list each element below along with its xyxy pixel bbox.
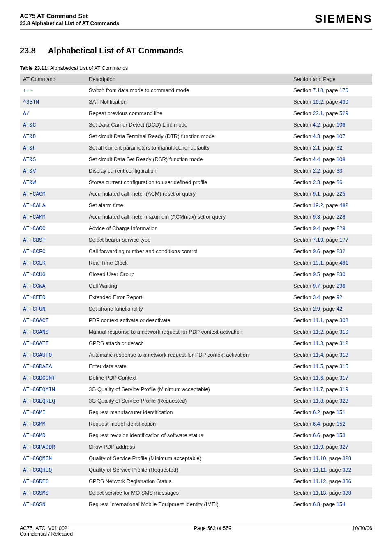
section-link[interactable]: 7.18 (313, 87, 323, 93)
page-link[interactable]: 529 (339, 110, 348, 116)
page-link[interactable]: 154 (337, 501, 346, 507)
section-link[interactable]: 11.5 (313, 363, 323, 369)
command-link[interactable]: AT+CGDCONT (23, 375, 55, 381)
page-link[interactable]: 315 (339, 363, 348, 369)
section-link[interactable]: 9.5 (313, 271, 320, 277)
section-link[interactable]: 9.6 (313, 248, 320, 254)
page-link[interactable]: 108 (337, 156, 346, 162)
section-link[interactable]: 2.2 (313, 168, 320, 174)
section-link[interactable]: 11.13 (313, 490, 326, 496)
page-link[interactable]: 323 (339, 398, 348, 404)
section-link[interactable]: 19.2 (313, 202, 323, 208)
section-link[interactable]: 11.10 (313, 455, 326, 461)
section-link[interactable]: 11.2 (313, 329, 323, 335)
command-link[interactable]: AT&F (23, 145, 36, 151)
page-link[interactable]: 176 (339, 87, 348, 93)
section-link[interactable]: 4.2 (313, 122, 320, 128)
page-link[interactable]: 332 (342, 467, 351, 473)
section-link[interactable]: 11.12 (313, 478, 326, 484)
command-link[interactable]: AT+CCLK (23, 260, 46, 266)
page-link[interactable]: 36 (337, 179, 342, 185)
command-link[interactable]: AT+CGANS (23, 329, 48, 335)
section-link[interactable]: 16.2 (313, 99, 323, 105)
page-link[interactable]: 107 (337, 133, 346, 139)
page-link[interactable]: 312 (339, 340, 348, 346)
section-link[interactable]: 2.9 (313, 306, 320, 312)
page-link[interactable]: 236 (337, 283, 346, 289)
page-link[interactable]: 177 (339, 237, 348, 243)
page-link[interactable]: 328 (342, 455, 351, 461)
command-link[interactable]: AT+CGREG (23, 479, 48, 485)
section-link[interactable]: 11.3 (313, 340, 323, 346)
command-link[interactable]: AT+CGMR (23, 433, 46, 439)
page-link[interactable]: 313 (339, 352, 348, 358)
command-link[interactable]: AT+CGSN (23, 502, 46, 508)
section-link[interactable]: 11.8 (313, 398, 323, 404)
command-link[interactable]: AT+CGEQREQ (23, 398, 55, 404)
command-link[interactable]: AT+CAOC (23, 226, 46, 232)
section-link[interactable]: 9.7 (313, 283, 320, 289)
page-link[interactable]: 92 (337, 294, 342, 300)
command-link[interactable]: AT&D (23, 134, 36, 140)
page-link[interactable]: 230 (337, 271, 346, 277)
section-link[interactable]: 11.9 (313, 444, 323, 450)
command-link[interactable]: AT+CCUG (23, 272, 46, 278)
page-link[interactable]: 327 (339, 444, 348, 450)
page-link[interactable]: 310 (339, 329, 348, 335)
page-link[interactable]: 308 (339, 317, 348, 323)
section-link[interactable]: 7.19 (313, 237, 323, 243)
command-link[interactable]: AT+CGPADDR (23, 444, 55, 450)
command-link[interactable]: AT&V (23, 168, 36, 174)
section-link[interactable]: 11.11 (313, 467, 326, 473)
section-link[interactable]: 9.4 (313, 225, 320, 231)
command-link[interactable]: AT+CCWA (23, 283, 46, 289)
command-link[interactable]: AT&S (23, 157, 36, 163)
command-link[interactable]: AT+CGQMIN (23, 456, 52, 462)
command-link[interactable]: AT+CGATT (23, 341, 48, 347)
section-link[interactable]: 9.3 (313, 214, 320, 220)
section-link[interactable]: 22.1 (313, 110, 323, 116)
page-link[interactable]: 106 (337, 122, 346, 128)
command-link[interactable]: AT+CBST (23, 237, 46, 243)
section-link[interactable]: 6.4 (313, 421, 320, 427)
section-link[interactable]: 6.6 (313, 432, 320, 438)
command-link[interactable]: AT+CGMI (23, 410, 46, 416)
section-link[interactable]: 19.1 (313, 260, 323, 266)
command-link[interactable]: AT+CALA (23, 203, 46, 209)
command-link[interactable]: AT+CCFC (23, 249, 46, 255)
section-link[interactable]: 6.2 (313, 409, 320, 415)
command-link[interactable]: AT+CGACT (23, 318, 48, 324)
command-link[interactable]: AT+CGMM (23, 421, 46, 427)
section-link[interactable]: 2.3 (313, 179, 320, 185)
page-link[interactable]: 153 (337, 432, 346, 438)
page-link[interactable]: 338 (342, 490, 351, 496)
page-link[interactable]: 32 (337, 145, 342, 151)
command-link[interactable]: AT+CGDATA (23, 364, 52, 370)
command-link[interactable]: AT+CGSMS (23, 490, 48, 496)
section-link[interactable]: 11.4 (313, 352, 323, 358)
command-link[interactable]: +++ (23, 88, 32, 94)
section-link[interactable]: 11.6 (313, 375, 323, 381)
command-link[interactable]: AT+CGAUTO (23, 352, 52, 358)
command-link[interactable]: AT+CACM (23, 191, 46, 197)
page-link[interactable]: 232 (337, 248, 346, 254)
page-link[interactable]: 317 (339, 375, 348, 381)
page-link[interactable]: 33 (337, 168, 342, 174)
command-link[interactable]: AT+CGEQMIN (23, 387, 55, 393)
page-link[interactable]: 430 (339, 99, 348, 105)
command-link[interactable]: A/ (23, 111, 30, 117)
section-link[interactable]: 2.1 (313, 145, 320, 151)
section-link[interactable]: 3.4 (313, 294, 320, 300)
page-link[interactable]: 336 (342, 478, 351, 484)
page-link[interactable]: 319 (339, 386, 348, 392)
command-link[interactable]: AT+CFUN (23, 306, 46, 312)
command-link[interactable]: AT+CEER (23, 295, 46, 301)
page-link[interactable]: 151 (337, 409, 346, 415)
page-link[interactable]: 229 (337, 225, 346, 231)
section-link[interactable]: 11.1 (313, 317, 323, 323)
page-link[interactable]: 228 (337, 214, 346, 220)
section-link[interactable]: 6.8 (313, 501, 320, 507)
section-link[interactable]: 4.4 (313, 156, 320, 162)
page-link[interactable]: 481 (339, 260, 348, 266)
section-link[interactable]: 4.3 (313, 133, 320, 139)
